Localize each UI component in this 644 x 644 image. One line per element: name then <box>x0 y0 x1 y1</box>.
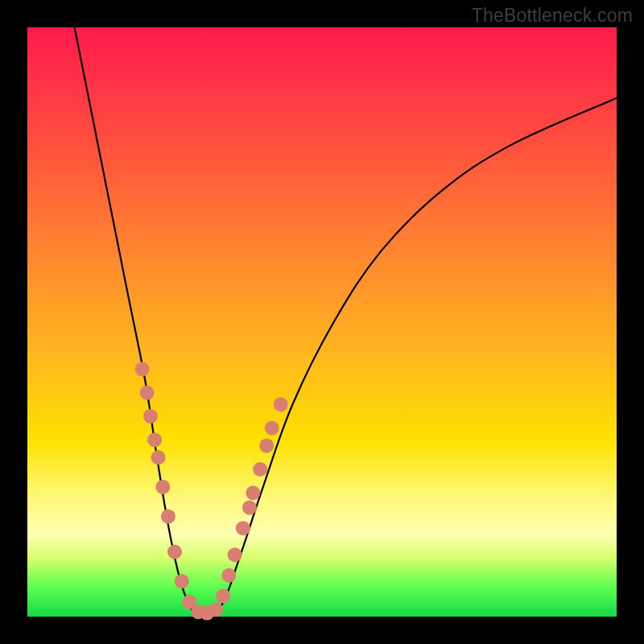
chart-frame: TheBottleneck.com <box>0 0 644 644</box>
curve-marker <box>259 439 274 453</box>
curve-marker <box>228 547 242 562</box>
v-curve-svg <box>27 27 617 617</box>
curve-marker <box>147 432 162 447</box>
curve-marker <box>208 602 223 617</box>
curve-marker <box>161 510 175 524</box>
curve-marker <box>265 421 279 436</box>
plot-area <box>27 27 617 617</box>
curve-right-branch <box>204 98 617 617</box>
curve-marker <box>253 462 267 477</box>
curve-marker <box>236 521 250 535</box>
watermark-text: TheBottleneck.com <box>472 5 633 27</box>
curve-marker <box>175 574 189 588</box>
curve-left-branch <box>75 27 204 617</box>
curve-marker <box>246 485 260 500</box>
curve-marker <box>216 588 230 603</box>
curve-marker <box>274 397 288 411</box>
curve-marker <box>143 409 158 423</box>
curve-marker <box>155 480 170 494</box>
curve-marker <box>135 362 150 377</box>
curve-marker <box>140 386 155 400</box>
curve-markers <box>135 362 288 621</box>
curve-marker <box>242 501 257 515</box>
curve-marker <box>221 568 236 583</box>
curve-marker <box>151 450 166 464</box>
curve-marker <box>167 544 182 559</box>
